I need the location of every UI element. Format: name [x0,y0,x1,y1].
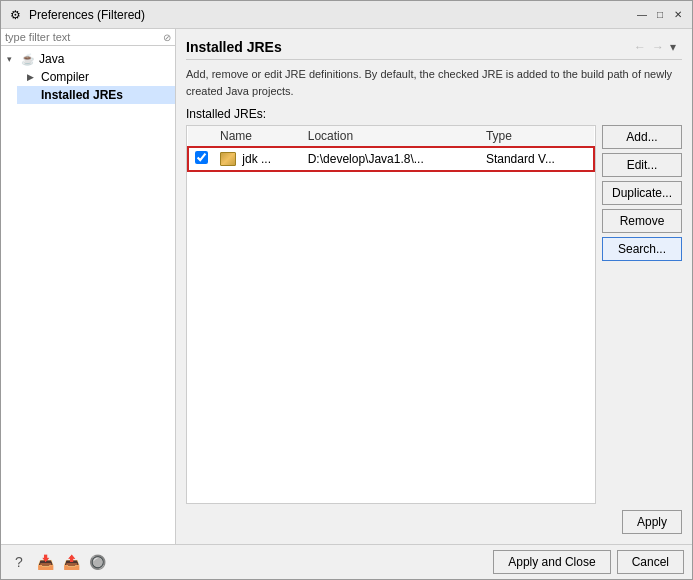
apply-area: Apply [186,504,682,534]
col-location[interactable]: Location [302,126,480,147]
sidebar-tree: ▾ ☕ Java ▶ Compiler Installed JREs [1,46,175,108]
main-panel: Installed JREs ← → ▾ Add, remove or edit… [176,29,692,544]
cancel-button[interactable]: Cancel [617,550,684,574]
title-bar: ⚙ Preferences (Filtered) — □ ✕ [1,1,692,29]
sidebar-item-compiler[interactable]: ▶ Compiler [17,68,175,86]
preferences-window: ⚙ Preferences (Filtered) — □ ✕ ⊘ ▾ ☕ Jav… [0,0,693,580]
compiler-label: Compiler [41,70,89,84]
col-name[interactable]: Name [214,126,302,147]
export-icon[interactable]: 📤 [61,552,81,572]
installed-jres-label: Installed JREs: [186,107,682,121]
forward-arrow[interactable]: → [650,40,666,54]
table-row[interactable]: jdk ... D:\develop\Java1.8\... Standard … [188,147,594,171]
row-name-cell: jdk ... [214,147,302,171]
window-title: Preferences (Filtered) [29,8,634,22]
java-icon: ☕ [21,53,35,66]
table-area: Name Location Type [186,125,682,504]
bottom-buttons: Apply and Close Cancel [493,550,684,574]
edit-button[interactable]: Edit... [602,153,682,177]
col-check [188,126,214,147]
maximize-button[interactable]: □ [652,7,668,23]
minimize-button[interactable]: — [634,7,650,23]
row-location-cell: D:\develop\Java1.8\... [302,147,480,171]
sidebar-item-java[interactable]: ▾ ☕ Java [1,50,175,68]
window-controls: — □ ✕ [634,7,686,23]
duplicate-button[interactable]: Duplicate... [602,181,682,205]
remove-button[interactable]: Remove [602,209,682,233]
col-type[interactable]: Type [480,126,594,147]
expand-icon: ▾ [7,54,17,64]
apply-and-close-button[interactable]: Apply and Close [493,550,610,574]
bottom-bar: ? 📥 📤 🔘 Apply and Close Cancel [1,544,692,579]
filter-input[interactable] [5,31,163,43]
jre-icon [220,152,236,166]
java-label: Java [39,52,64,66]
bottom-icons: ? 📥 📤 🔘 [9,552,489,572]
add-button[interactable]: Add... [602,125,682,149]
apply-button[interactable]: Apply [622,510,682,534]
back-arrow[interactable]: ← [632,40,648,54]
installed-jres-label: Installed JREs [41,88,123,102]
table-header-row: Name Location Type [188,126,594,147]
sidebar: ⊘ ▾ ☕ Java ▶ Compiler [1,29,176,544]
link-icon[interactable]: 🔘 [87,552,107,572]
help-icon[interactable]: ? [9,552,29,572]
jre-table: Name Location Type [187,126,595,172]
nav-dropdown[interactable]: ▾ [668,40,678,54]
search-button[interactable]: Search... [602,237,682,261]
nav-arrows: ← → ▾ [632,40,678,54]
content-area: ⊘ ▾ ☕ Java ▶ Compiler [1,29,692,544]
expand-icon-compiler: ▶ [27,72,37,82]
window-icon: ⚙ [7,7,23,23]
row-type-cell: Standard V... [480,147,594,171]
main-header: Installed JREs [186,39,632,55]
tree-java-children: ▶ Compiler Installed JREs [1,68,175,104]
row-checkbox-cell[interactable] [188,147,214,171]
filter-bar: ⊘ [1,29,175,46]
close-button[interactable]: ✕ [670,7,686,23]
table-action-buttons: Add... Edit... Duplicate... Remove Searc… [602,125,682,504]
sidebar-item-installed-jres[interactable]: Installed JREs [17,86,175,104]
filter-clear-icon[interactable]: ⊘ [163,32,171,43]
jre-name: jdk ... [242,152,271,166]
main-description: Add, remove or edit JRE definitions. By … [186,66,682,99]
import-icon[interactable]: 📥 [35,552,55,572]
jre-table-wrapper: Name Location Type [186,125,596,504]
jre-checkbox[interactable] [195,151,208,164]
